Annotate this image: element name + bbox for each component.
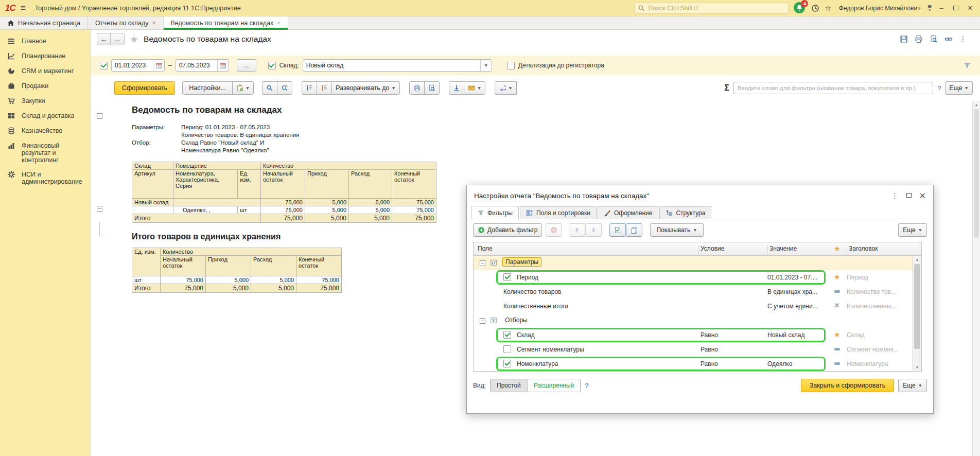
marker-x-icon[interactable]: ✕ xyxy=(831,302,843,309)
date-from-field[interactable] xyxy=(111,59,165,72)
warehouse-input[interactable] xyxy=(303,62,480,69)
period-variants-button[interactable]: ... xyxy=(237,59,256,72)
main-menu-icon[interactable]: ≡ xyxy=(21,3,26,13)
row-condition[interactable]: Равно xyxy=(701,331,718,339)
combo-dropdown-button[interactable]: ▼ xyxy=(480,60,492,71)
collapse-group-icon[interactable]: – xyxy=(97,113,102,119)
row-condition[interactable]: Равно xyxy=(701,360,718,367)
scroll-up-icon[interactable]: ▲ xyxy=(913,256,921,264)
collapse-group-icon[interactable]: – xyxy=(480,318,485,324)
warehouse-table[interactable]: Склад Помещение Количество Артикул Номен… xyxy=(132,162,436,223)
group-row-selections[interactable]: – Отборы xyxy=(474,313,913,328)
user-name[interactable]: Федоров Борис Михайлович xyxy=(839,5,921,12)
dialog-kebab-icon[interactable]: ⋮ xyxy=(891,191,899,200)
group-label[interactable]: Параметры xyxy=(502,257,541,267)
row-checkbox[interactable] xyxy=(503,360,511,367)
history-icon[interactable] xyxy=(811,4,819,12)
tab-warehouse-reports[interactable]: Отчеты по складу × xyxy=(88,16,164,29)
global-search-input[interactable] xyxy=(648,5,784,12)
tab-close-icon[interactable]: × xyxy=(152,20,155,27)
totals-table[interactable]: Ед. изм. Количество Начальный остаток Пр… xyxy=(132,248,342,293)
calendar-button[interactable] xyxy=(153,60,164,71)
save-file-button[interactable] xyxy=(449,81,464,95)
expand-groups-button[interactable] xyxy=(317,81,332,95)
save-icon[interactable] xyxy=(900,35,908,43)
sidebar-item-admin[interactable]: НСИ и администрирование xyxy=(0,167,90,189)
marker-dash-icon[interactable] xyxy=(831,287,843,294)
expand-to-button[interactable]: Разворачивать до ▼ xyxy=(331,81,400,95)
sidebar-item-finance[interactable]: Финансовый результат и контроллинг xyxy=(0,138,90,167)
tab-statement[interactable]: Ведомость по товарам на складах × xyxy=(164,16,289,29)
row-value[interactable]: В единицах хра... xyxy=(767,288,828,295)
warehouse-checkbox[interactable] xyxy=(268,62,276,69)
date-to-input[interactable] xyxy=(176,62,217,69)
group-row-parameters[interactable]: – Параметры xyxy=(474,256,913,270)
show-button[interactable]: Показывать ▼ xyxy=(650,223,703,237)
filter-row-quantity-totals[interactable]: Количественные итоги С учетом едини... ✕… xyxy=(474,299,913,313)
row-condition[interactable]: Равно xyxy=(701,346,718,353)
tab-fields-sorting[interactable]: Поля и сортировки xyxy=(520,206,597,219)
add-filter-button[interactable]: Добавить фильтр xyxy=(473,223,542,237)
move-up-button[interactable] xyxy=(569,223,585,237)
dialog-close-button[interactable]: ✕ xyxy=(919,191,926,201)
global-search[interactable] xyxy=(634,3,789,14)
settings-button[interactable]: Настройки... xyxy=(182,81,233,95)
footer-more-button[interactable]: Еще ▼ xyxy=(898,379,927,392)
dialog-maximize-button[interactable] xyxy=(906,192,912,199)
help-link[interactable]: ? xyxy=(937,84,941,92)
period-checkbox[interactable] xyxy=(100,62,108,69)
quick-filter-input[interactable] xyxy=(738,82,929,94)
sidebar-item-purchases[interactable]: Закупки xyxy=(0,94,90,109)
window-close-button[interactable]: ✕ xyxy=(966,4,975,12)
print-button[interactable] xyxy=(409,81,425,95)
favorites-star-icon[interactable]: ☆ xyxy=(825,4,831,13)
scrollbar-thumb[interactable] xyxy=(914,264,920,349)
more-actions-kebab-icon[interactable]: ⋮ xyxy=(959,35,967,43)
marker-dash-icon[interactable] xyxy=(831,345,843,352)
sidebar-item-treasury[interactable]: Казначейство xyxy=(0,124,90,138)
uncheck-all-button[interactable] xyxy=(626,223,642,237)
table-row[interactable]: шт 75,000 5,000 5,000 75,000 xyxy=(132,276,342,284)
group-label[interactable]: Отборы xyxy=(502,316,530,324)
find-next-button[interactable] xyxy=(277,81,292,95)
preview-button[interactable] xyxy=(424,81,440,95)
collapse-groups-button[interactable] xyxy=(302,81,317,95)
window-restore-button[interactable] xyxy=(951,4,960,12)
collapse-group-icon[interactable]: – xyxy=(97,206,102,212)
scroll-up-icon[interactable]: ▲ xyxy=(973,101,980,109)
detail-checkbox[interactable] xyxy=(507,62,515,69)
add-favorite-star-icon[interactable]: ★ xyxy=(130,33,138,45)
scrollbar-thumb[interactable] xyxy=(974,109,979,238)
table-row[interactable]: Новый склад 75,000 5,000 5,000 75,000 xyxy=(132,199,436,206)
back-button[interactable]: ← xyxy=(97,33,111,45)
service-menu-icon[interactable]: ≡▾ xyxy=(927,5,932,12)
sidebar-item-planning[interactable]: Планирование xyxy=(0,49,90,64)
view-advanced-button[interactable]: Расширенный xyxy=(528,379,581,392)
table-total-row[interactable]: Итого 75,000 5,000 5,000 75,000 xyxy=(132,214,436,223)
report-scrollbar[interactable]: ▲ xyxy=(972,101,980,456)
dialog-more-button[interactable]: Еще ▼ xyxy=(898,223,927,237)
filter-row-quantity[interactable]: Количество товаров В единицах хра... Кол… xyxy=(474,285,913,299)
find-button[interactable] xyxy=(262,81,277,95)
calendar-button[interactable] xyxy=(217,60,229,71)
row-checkbox[interactable] xyxy=(503,331,511,339)
marker-star-icon[interactable]: ★ xyxy=(831,330,843,339)
row-checkbox[interactable] xyxy=(503,273,511,281)
filter-row-nomenclature[interactable]: Номенклатура Равно Одеялко Номенклатура xyxy=(474,357,913,371)
quick-filter-field[interactable] xyxy=(733,82,933,94)
collapse-group-icon[interactable]: – xyxy=(480,260,485,266)
tab-home[interactable]: Начальная страница xyxy=(0,16,88,29)
tab-filters[interactable]: Фильтры xyxy=(471,206,519,219)
remove-filter-button[interactable] xyxy=(546,223,562,237)
filter-row-segment[interactable]: Сегмент номенклатуры Равно Сегмент номен… xyxy=(474,342,913,357)
dialog-help-link[interactable]: ? xyxy=(585,382,588,390)
check-all-button[interactable] xyxy=(609,223,626,237)
date-from-input[interactable] xyxy=(112,62,153,69)
warehouse-combo[interactable]: ▼ xyxy=(303,59,492,72)
table-row[interactable]: Одеялко, , шт 75,000 5,000 5,000 75,000 xyxy=(132,206,436,214)
table-total-row[interactable]: Итого 75,000 5,000 5,000 75,000 xyxy=(132,284,342,293)
autosum-icon[interactable]: Σ xyxy=(724,83,729,93)
print-preview-icon[interactable] xyxy=(930,35,938,43)
sidebar-item-main[interactable]: Главное xyxy=(0,34,90,49)
row-value[interactable]: 01.01.2023 - 07.... xyxy=(767,274,828,281)
